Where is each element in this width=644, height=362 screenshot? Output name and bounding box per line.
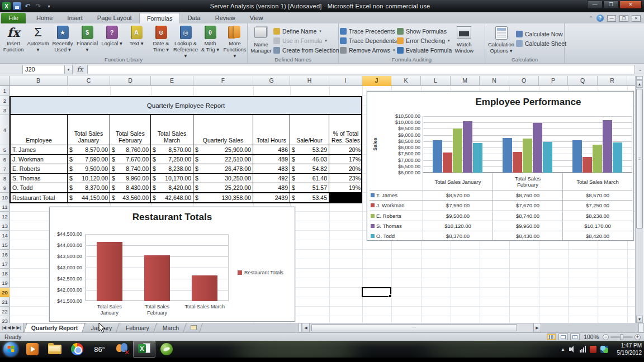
workbook-minimize-button[interactable]: — — [607, 15, 616, 22]
table-cell[interactable]: $43,560.00 — [110, 193, 151, 202]
row-header-14[interactable]: 14 — [0, 231, 10, 240]
ribbon-button-error-checking[interactable]: Error Checking▾ — [397, 36, 452, 45]
column-header-q[interactable]: Q — [568, 76, 598, 86]
table-cell[interactable]: O. Todd — [11, 183, 68, 192]
ribbon-tab-view[interactable]: View — [243, 13, 271, 23]
row-header-23[interactable]: 23 — [0, 316, 10, 323]
ribbon-button-watch-window[interactable]: WatchWindow — [452, 25, 476, 54]
excel-app-icon[interactable]: X — [2, 2, 11, 10]
taskbar-clock[interactable]: 1:47 PM 5/19/2012 — [617, 342, 642, 356]
ribbon-button-trace-dependents[interactable]: Trace Dependents — [340, 36, 397, 45]
chrome-icon[interactable] — [66, 341, 88, 358]
worksheet-grid[interactable]: BCDEFGHIJKLMNOPQR12345678910111213141516… — [0, 76, 635, 323]
table-cell[interactable]: $8,370.00 — [68, 183, 110, 192]
page-break-view-button[interactable] — [570, 334, 580, 340]
table-cell[interactable]: $26,478.00 — [193, 164, 253, 173]
ribbon-tab-insert[interactable]: Insert — [60, 13, 90, 23]
minimize-button[interactable]: — — [587, 1, 603, 9]
show-hidden-icons[interactable]: ▲ — [561, 347, 565, 352]
zoom-out-icon[interactable]: − — [603, 334, 609, 340]
excel-taskbar-icon[interactable]: X — [133, 341, 155, 358]
column-header-h[interactable]: H — [290, 76, 329, 86]
ribbon-button-name-manager[interactable]: NameManager — [249, 25, 273, 54]
weather-icon[interactable]: 86° — [88, 341, 111, 358]
ribbon-button-calculate-now[interactable]: Calculate Now — [516, 29, 566, 39]
row-header-20[interactable]: 20 — [0, 288, 10, 297]
ribbon-button-create-from-selection[interactable]: Create from Selection — [273, 45, 339, 55]
row-header-21[interactable]: 21 — [0, 297, 10, 307]
scroll-split-handle[interactable] — [636, 76, 643, 80]
insert-worksheet-tab[interactable] — [185, 323, 203, 332]
row-header-19[interactable]: 19 — [0, 278, 10, 288]
column-header-m[interactable]: M — [451, 76, 480, 86]
table-cell[interactable] — [329, 193, 362, 202]
ribbon-button-logical[interactable]: ?Logical ▾ — [100, 25, 124, 47]
hscroll-resize-box[interactable] — [638, 323, 644, 332]
row-header-17[interactable]: 17 — [0, 259, 10, 269]
table-cell[interactable]: $10,120.00 — [68, 174, 110, 183]
row-header-3[interactable]: 3 — [0, 106, 10, 115]
column-header-i[interactable]: I — [329, 76, 362, 86]
vertical-scrollbar[interactable]: ▲ ▼ — [635, 76, 643, 323]
green-app-icon[interactable] — [155, 341, 178, 358]
table-cell[interactable]: $7,590.00 — [68, 155, 110, 164]
table-cell[interactable]: $53.45 — [290, 193, 329, 202]
network-icon[interactable] — [580, 346, 586, 353]
table-column-header[interactable]: Total SalesJanuary — [68, 115, 110, 145]
table-cell[interactable]: $30,250.00 — [193, 174, 253, 183]
scroll-up-icon[interactable]: ▲ — [636, 80, 643, 88]
ribbon-tab-formulas[interactable]: Formulas — [139, 13, 181, 23]
ribbon-button-remove-arrows[interactable]: Remove Arrows▾ — [340, 45, 397, 55]
table-cell[interactable]: $25,900.00 — [193, 145, 253, 154]
table-cell[interactable]: 19% — [329, 183, 362, 192]
ribbon-button-more-functions[interactable]: MoreFunctions ▾ — [222, 25, 247, 59]
formula-input[interactable] — [87, 65, 635, 74]
table-cell[interactable]: $8,740.00 — [110, 164, 151, 173]
selected-cell-j20[interactable] — [362, 287, 391, 297]
column-header-o[interactable]: O — [509, 76, 539, 86]
table-cell[interactable]: $10,170.00 — [151, 174, 193, 183]
normal-view-button[interactable] — [547, 334, 556, 340]
row-header-22[interactable]: 22 — [0, 307, 10, 316]
table-cell[interactable]: $8,570.00 — [68, 145, 110, 154]
column-header-e[interactable]: E — [151, 76, 193, 86]
table-cell[interactable]: 489 — [253, 183, 290, 192]
start-button[interactable] — [3, 342, 18, 356]
table-cell[interactable]: $42,648.00 — [151, 193, 193, 202]
table-column-header[interactable]: Quarterly Sales — [193, 115, 253, 145]
qat-customize-icon[interactable]: ▾ — [45, 2, 53, 10]
undo-icon[interactable]: ↶ — [23, 2, 32, 10]
help-icon[interactable]: ? — [596, 15, 604, 22]
ribbon-button-recently-used[interactable]: ★RecentlyUsed ▾ — [50, 25, 75, 53]
table-column-header[interactable]: Total Hours — [253, 115, 290, 145]
table-cell[interactable]: $8,420.00 — [151, 183, 193, 192]
ribbon-button-financial[interactable]: $Financial ▾ — [75, 25, 100, 53]
row-header-6[interactable]: 6 — [0, 155, 10, 164]
vertical-scroll-thumb[interactable] — [636, 89, 643, 228]
table-cell[interactable]: $8,430.00 — [110, 183, 151, 192]
column-header-p[interactable]: P — [539, 76, 568, 86]
table-cell[interactable]: $22,510.00 — [193, 155, 253, 164]
row-header-10[interactable]: 10 — [0, 193, 10, 202]
table-column-header[interactable]: Employee — [11, 115, 68, 145]
file-tab[interactable]: File — [1, 13, 26, 23]
table-cell[interactable]: 489 — [253, 155, 290, 164]
workbook-close-button[interactable]: ✕ — [632, 15, 641, 22]
table-cell[interactable]: 483 — [253, 164, 290, 173]
close-button[interactable]: ✕ — [619, 1, 642, 9]
maximize-button[interactable]: ❐ — [603, 1, 619, 9]
column-header-r[interactable]: R — [598, 76, 627, 86]
ribbon-tab-review[interactable]: Review — [208, 13, 243, 23]
table-cell[interactable]: $8,760.00 — [110, 145, 151, 154]
prev-sheet-icon[interactable]: ◀ — [7, 325, 11, 330]
ribbon-tab-home[interactable]: Home — [29, 13, 60, 23]
column-header-d[interactable]: D — [110, 76, 151, 86]
page-layout-view-button[interactable] — [558, 334, 568, 340]
table-cell[interactable]: $8,238.00 — [151, 164, 193, 173]
messenger-icon[interactable]: ✕ — [111, 341, 133, 358]
redo-icon[interactable]: ↷ — [34, 2, 42, 10]
ribbon-button-date-time[interactable]: ⊙Date &Time ▾ — [149, 25, 173, 53]
restaurant-totals-chart[interactable]: Restaurant Totals$44,500.00$44,000.00$43… — [49, 207, 295, 322]
table-cell[interactable]: T. James — [11, 145, 68, 154]
zoom-level[interactable]: 100% — [584, 334, 599, 340]
